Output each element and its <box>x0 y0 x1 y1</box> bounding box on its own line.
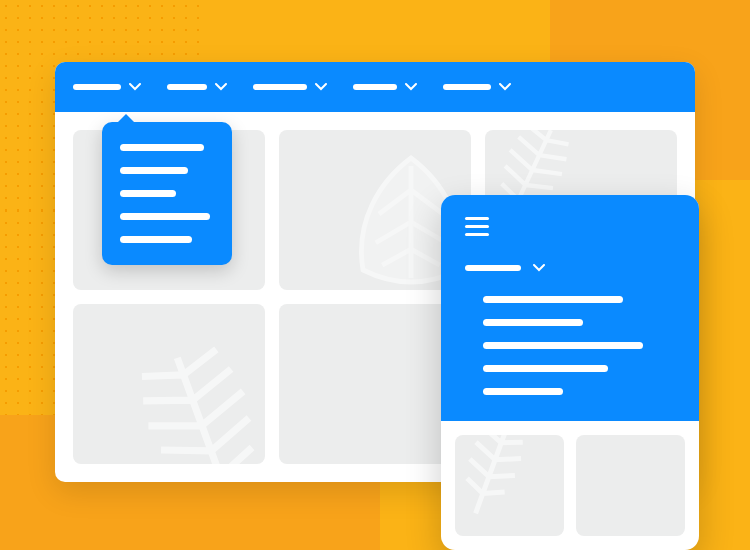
mobile-window <box>441 195 699 550</box>
chevron-down-icon <box>499 83 511 91</box>
chevron-down-icon <box>215 83 227 91</box>
nav-dropdown <box>102 122 232 265</box>
fern-icon <box>455 435 555 535</box>
content-card <box>73 304 265 464</box>
chevron-down-icon <box>129 83 141 91</box>
mobile-nav-subitem[interactable] <box>483 319 583 326</box>
hamburger-icon[interactable] <box>465 217 489 236</box>
nav-label <box>73 84 121 90</box>
dropdown-item[interactable] <box>120 144 204 151</box>
mobile-nav-subitem[interactable] <box>483 365 608 372</box>
mobile-content <box>441 421 699 550</box>
nav-item[interactable] <box>167 83 227 91</box>
nav-item[interactable] <box>443 83 511 91</box>
chevron-down-icon <box>315 83 327 91</box>
dropdown-item[interactable] <box>120 236 192 243</box>
nav-item[interactable] <box>73 83 141 91</box>
nav-label <box>353 84 397 90</box>
mobile-nav <box>441 195 699 421</box>
nav-label <box>465 265 521 271</box>
chevron-down-icon <box>405 83 417 91</box>
mobile-nav-subitem[interactable] <box>483 388 563 395</box>
nav-label <box>443 84 491 90</box>
mobile-nav-active-item[interactable] <box>465 264 675 272</box>
nav-item[interactable] <box>353 83 417 91</box>
fern-icon <box>90 319 265 464</box>
dropdown-item[interactable] <box>120 167 188 174</box>
nav-label <box>167 84 207 90</box>
dropdown-item[interactable] <box>120 190 176 197</box>
dropdown-item[interactable] <box>120 213 210 220</box>
nav-item[interactable] <box>253 83 327 91</box>
content-card <box>576 435 685 536</box>
chevron-down-icon <box>533 264 545 272</box>
mobile-nav-subitem[interactable] <box>483 342 643 349</box>
mobile-nav-subitem[interactable] <box>483 296 623 303</box>
nav-label <box>253 84 307 90</box>
top-nav <box>55 62 695 112</box>
content-card <box>455 435 564 536</box>
